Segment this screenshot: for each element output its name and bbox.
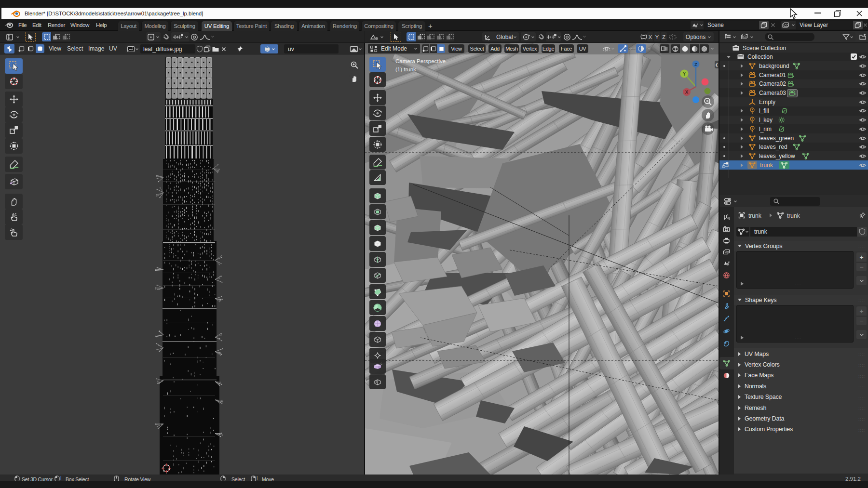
svg-text:Y: Y <box>683 71 686 77</box>
svg-text:Z: Z <box>694 62 697 67</box>
svg-text:X: X <box>685 90 689 95</box>
